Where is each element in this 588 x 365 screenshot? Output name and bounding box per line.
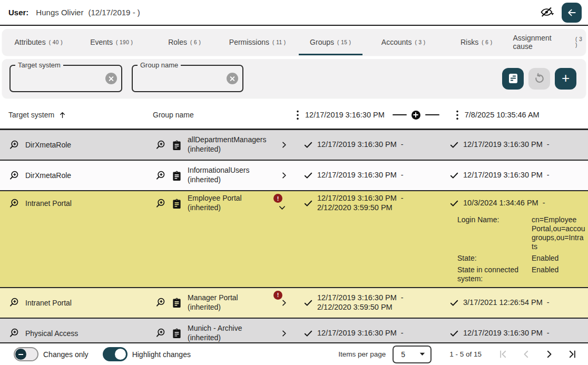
sort-ascending-icon[interactable] (58, 111, 66, 119)
detail-label: State in connected system: (457, 265, 532, 283)
clipboard-icon (172, 297, 182, 308)
clear-group-name-icon[interactable] (227, 73, 238, 84)
clipboard-icon (172, 198, 182, 209)
zoom-in-icon[interactable] (155, 297, 166, 308)
group-inherited-suffix: (inherited) (188, 175, 250, 185)
group-inherited-suffix: (inherited) (188, 203, 242, 213)
table-row[interactable]: DirXmetaRole InformationalUsers (0, 161, 588, 191)
group-inherited-suffix: (inherited) (188, 145, 266, 154)
target-system-filter-field[interactable]: Target system (9, 65, 122, 92)
chevron-right-icon[interactable] (280, 172, 288, 180)
to-date-menu-icon[interactable] (455, 110, 460, 120)
from-date-menu-icon[interactable] (295, 110, 300, 120)
target-system-filter-input[interactable] (16, 74, 105, 83)
state-dates: 12/17/2019 3:16:30 PM - (463, 171, 550, 180)
state-dates: 12/17/2019 3:16:30 PM - (463, 329, 550, 338)
connector-line (393, 114, 407, 115)
zoom-in-icon[interactable] (8, 140, 19, 151)
table-row[interactable]: DirXmetaRole allDepartmentManagers (0, 130, 588, 161)
tab-attributes[interactable]: Attributes ( 40 ) (2, 29, 75, 55)
add-button[interactable]: + (555, 68, 576, 90)
state-dates: 12/17/2019 3:16:30 PM - (463, 140, 550, 150)
group-name: InformationalUsers (188, 166, 250, 175)
previous-page-icon[interactable] (521, 349, 531, 359)
pagination-controls (498, 349, 577, 359)
tab-risks[interactable]: Risks ( 6 ) (440, 29, 513, 55)
group-name-filter-input[interactable] (138, 74, 227, 83)
table-row[interactable]: Intranet Portal Manager Portal (0, 288, 588, 319)
document-list-icon (507, 73, 519, 84)
tab-accounts[interactable]: Accounts ( 3 ) (367, 29, 440, 55)
tab-label: Risks (460, 38, 478, 46)
detail-value: Enabled (532, 254, 586, 263)
changes-only-label: Changes only (43, 350, 89, 359)
add-compare-date-icon[interactable] (411, 111, 420, 120)
check-icon (449, 171, 459, 180)
tab-label: Accounts (381, 38, 412, 46)
items-per-page-select[interactable]: 5 (393, 346, 432, 363)
changes-only-toggle[interactable] (14, 347, 38, 361)
report-button[interactable] (502, 68, 524, 90)
zoom-in-icon[interactable] (155, 198, 166, 209)
tab-label: Events (90, 38, 113, 46)
zoom-in-icon[interactable] (8, 198, 19, 209)
check-icon (449, 298, 459, 308)
first-page-icon[interactable] (498, 349, 508, 359)
check-icon (449, 329, 459, 338)
last-page-icon[interactable] (567, 349, 577, 359)
check-icon (303, 329, 313, 338)
next-page-icon[interactable] (544, 349, 554, 359)
zoom-in-icon[interactable] (8, 297, 19, 308)
column-target-system[interactable]: Target system (8, 111, 54, 119)
table-row[interactable]: Physical Access Munich - Archive (0, 319, 588, 342)
chevron-right-icon[interactable] (280, 329, 288, 337)
tab-assignment-cause[interactable]: Assignment cause ( 3 ) (513, 29, 586, 55)
user-name: Hungs Olivier (36, 8, 83, 17)
tab-events[interactable]: Events ( 190 ) (75, 29, 149, 55)
zoom-in-icon[interactable] (155, 328, 166, 339)
tab-groups[interactable]: Groups ( 15 ) (294, 29, 367, 55)
chevron-down-icon[interactable] (278, 204, 286, 212)
refresh-button[interactable] (528, 68, 550, 90)
state-dates: 3/17/2021 12:26:54 PM - (463, 298, 550, 308)
chevron-right-icon[interactable] (280, 299, 288, 307)
highlight-changes-toggle[interactable] (103, 347, 128, 361)
check-icon (303, 199, 313, 208)
table-header: Target system Group name 12/17/2019 3:16… (0, 101, 588, 130)
check-icon (303, 171, 313, 180)
group-table-body: DirXmetaRole allDepartmentManagers (0, 130, 588, 342)
tab-label: Roles (168, 38, 187, 46)
validity-dates: 12/17/2019 3:16:30 PM - 2/12/2020 3:59:5… (317, 194, 404, 213)
table-row[interactable]: Intranet Portal Employee Portal (0, 191, 588, 288)
tab-label: Permissions (229, 38, 269, 46)
check-icon (303, 298, 313, 308)
back-button[interactable] (562, 3, 582, 23)
target-system-filter-label: Target system (15, 61, 63, 69)
tab-count: ( 15 ) (337, 40, 351, 45)
target-system-name: Intranet Portal (25, 299, 72, 307)
group-name-filter-field[interactable]: Group name (132, 65, 243, 92)
compare-from-date: 12/17/2019 3:16:30 PM (305, 111, 385, 119)
compare-to-date: 7/8/2025 10:35:46 AM (465, 111, 540, 119)
column-group-name[interactable]: Group name (153, 111, 194, 119)
clipboard-icon (172, 140, 182, 151)
zoom-in-icon[interactable] (155, 170, 166, 181)
zoom-in-icon[interactable] (155, 140, 166, 151)
zoom-in-icon[interactable] (8, 170, 19, 181)
visibility-off-menu-icon[interactable] (540, 6, 554, 18)
warning-badge: ! (273, 291, 282, 300)
tab-label: Groups (310, 38, 334, 46)
toggle-knob-on (115, 349, 126, 360)
items-per-page-value: 5 (401, 350, 419, 359)
tab-roles[interactable]: Roles ( 6 ) (148, 29, 221, 55)
group-name: Manager Portal (188, 293, 238, 303)
chevron-right-icon[interactable] (280, 141, 288, 149)
tab-count: ( 6 ) (482, 40, 492, 45)
group-inherited-suffix: (inherited) (188, 333, 242, 342)
tab-count: ( 40 ) (49, 40, 63, 45)
tab-label: Attributes (15, 38, 46, 46)
zoom-in-icon[interactable] (8, 328, 19, 339)
clear-target-system-icon[interactable] (105, 73, 117, 84)
tab-permissions[interactable]: Permissions ( 11 ) (221, 29, 295, 55)
group-name-filter-label: Group name (138, 61, 181, 69)
